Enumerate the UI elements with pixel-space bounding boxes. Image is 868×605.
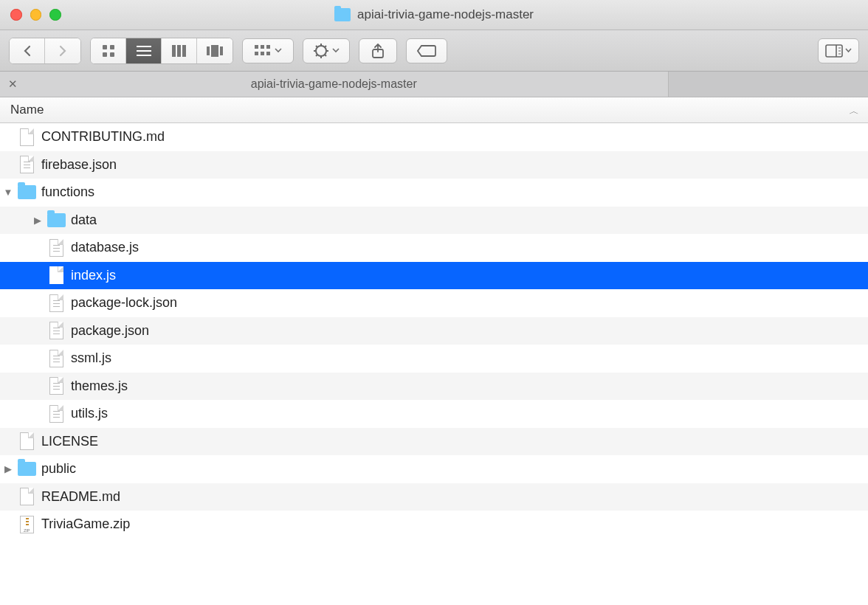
- view-columns-button[interactable]: [162, 38, 197, 63]
- file-row[interactable]: database.js: [0, 234, 868, 262]
- close-tab-button[interactable]: ✕: [0, 77, 25, 91]
- file-icon: [16, 156, 37, 173]
- file-row[interactable]: LICENSE: [0, 428, 868, 456]
- sort-indicator-icon: 〈: [847, 106, 860, 115]
- file-icon: [46, 377, 66, 395]
- file-row[interactable]: package.json: [0, 317, 868, 345]
- view-gallery-button[interactable]: [197, 38, 232, 63]
- svg-rect-8: [177, 45, 181, 57]
- tab-bar: ✕ apiai-trivia-game-nodejs-master: [0, 72, 868, 97]
- view-icons-button[interactable]: [91, 38, 126, 63]
- file-icon: [46, 350, 66, 367]
- svg-rect-0: [103, 45, 107, 49]
- file-row[interactable]: ssml.js: [0, 345, 868, 373]
- file-row[interactable]: themes.js: [0, 373, 868, 401]
- file-row[interactable]: README.md: [0, 483, 868, 511]
- svg-rect-18: [266, 52, 270, 55]
- file-icon: [16, 432, 37, 450]
- svg-line-27: [316, 55, 317, 56]
- svg-rect-7: [172, 45, 176, 57]
- disclosure-triangle-icon[interactable]: ▶: [30, 215, 46, 226]
- disclosure-triangle-icon[interactable]: ▼: [0, 187, 16, 198]
- folder-icon: [334, 8, 351, 21]
- svg-line-24: [316, 46, 317, 47]
- svg-rect-12: [220, 46, 223, 55]
- svg-line-25: [325, 55, 326, 56]
- file-name-label: public: [37, 461, 76, 477]
- toolbar: [0, 30, 868, 72]
- svg-rect-3: [110, 52, 114, 57]
- view-buttons: [90, 38, 233, 64]
- file-name-label: ssml.js: [66, 350, 111, 366]
- file-row[interactable]: ▶public: [0, 455, 868, 483]
- zoom-window-button[interactable]: [49, 9, 61, 21]
- disclosure-triangle-icon[interactable]: ▶: [0, 463, 16, 474]
- zip-icon: [16, 516, 37, 533]
- file-icon: [46, 266, 66, 284]
- file-list: CONTRIBUTING.mdfirebase.json▼functions▶d…: [0, 123, 868, 539]
- file-icon: [46, 294, 66, 312]
- file-name-label: database.js: [66, 240, 139, 255]
- tab-overflow: [669, 72, 868, 97]
- folder-icon: [16, 185, 37, 199]
- sidebar-right-button[interactable]: [818, 38, 859, 63]
- file-row[interactable]: ▼functions: [0, 179, 868, 207]
- file-name-label: themes.js: [66, 378, 128, 394]
- share-button[interactable]: [359, 38, 397, 63]
- file-name-label: LICENSE: [37, 434, 98, 449]
- tab[interactable]: ✕ apiai-trivia-game-nodejs-master: [0, 72, 669, 97]
- svg-rect-13: [255, 45, 258, 49]
- name-column-label: Name: [10, 103, 44, 117]
- svg-rect-9: [182, 45, 186, 57]
- svg-rect-1: [110, 45, 114, 49]
- svg-rect-6: [137, 55, 151, 56]
- file-name-label: TriviaGame.zip: [37, 516, 130, 532]
- svg-rect-5: [137, 50, 151, 52]
- traffic-lights: [0, 9, 61, 21]
- file-row[interactable]: utils.js: [0, 400, 868, 428]
- view-list-button[interactable]: [126, 38, 162, 63]
- svg-rect-15: [266, 45, 270, 49]
- file-name-label: package.json: [66, 323, 149, 339]
- window-titlebar: apiai-trivia-game-nodejs-master: [0, 0, 868, 30]
- file-icon: [16, 488, 37, 505]
- file-name-label: utils.js: [66, 406, 108, 421]
- svg-rect-14: [261, 45, 264, 49]
- svg-rect-16: [255, 52, 258, 55]
- folder-icon: [46, 213, 66, 227]
- close-window-button[interactable]: [10, 9, 22, 21]
- file-name-label: firebase.json: [37, 157, 117, 173]
- file-icon: [46, 322, 66, 339]
- action-button[interactable]: [303, 38, 350, 63]
- file-row[interactable]: ▶data: [0, 207, 868, 235]
- file-name-label: README.md: [37, 489, 120, 505]
- svg-rect-4: [137, 46, 151, 47]
- folder-icon: [16, 462, 37, 476]
- file-icon: [46, 239, 66, 257]
- file-row[interactable]: index.js: [0, 262, 868, 290]
- file-icon: [46, 405, 66, 423]
- forward-button[interactable]: [45, 38, 80, 63]
- file-row[interactable]: TriviaGame.zip: [0, 511, 868, 539]
- minimize-window-button[interactable]: [30, 9, 42, 21]
- file-name-label: data: [66, 212, 97, 228]
- tab-label: apiai-trivia-game-nodejs-master: [25, 77, 643, 91]
- svg-line-26: [325, 46, 326, 47]
- file-row[interactable]: package-lock.json: [0, 289, 868, 317]
- file-name-label: CONTRIBUTING.md: [37, 129, 165, 145]
- file-name-label: functions: [37, 184, 94, 200]
- file-name-label: package-lock.json: [66, 295, 177, 311]
- group-button[interactable]: [242, 38, 294, 63]
- svg-rect-10: [207, 46, 210, 55]
- file-row[interactable]: firebase.json: [0, 151, 868, 179]
- file-name-label: index.js: [66, 268, 116, 283]
- nav-buttons: [9, 38, 81, 64]
- column-header[interactable]: Name 〈: [0, 97, 868, 123]
- svg-rect-17: [261, 52, 264, 55]
- back-button[interactable]: [10, 38, 45, 63]
- svg-point-19: [316, 46, 326, 56]
- svg-rect-2: [103, 52, 107, 57]
- file-row[interactable]: CONTRIBUTING.md: [0, 123, 868, 151]
- window-title: apiai-trivia-game-nodejs-master: [357, 7, 534, 22]
- tags-button[interactable]: [406, 38, 447, 63]
